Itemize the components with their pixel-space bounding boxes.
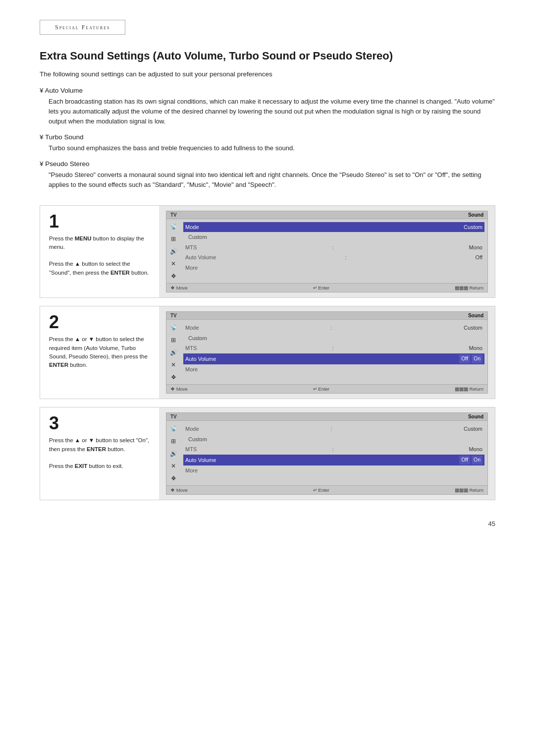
step-2-footer-return: ▦▦▦ Return: [455, 386, 483, 392]
section-title-pseudo-stereo: ¥ Pseudo Stereo: [40, 160, 90, 168]
step-2-tv-header: TV Sound: [166, 312, 487, 320]
step-1-right: TV Sound 📡 ⊞ 🔊 ✕ ❖ Mode :: [159, 206, 495, 298]
step-2-tv-screen: TV Sound 📡 ⊞ 🔊 ✕ ❖ Mode :: [166, 311, 488, 394]
step-3-tv-header: TV Sound: [166, 413, 487, 421]
page-number: 45: [40, 520, 495, 527]
step-1-tv-header: TV Sound: [166, 211, 487, 219]
section-auto-volume: ¥ Auto Volume Each broadcasting station …: [40, 87, 495, 126]
section-turbo-sound: ¥ Turbo Sound Turbo sound emphasizes the…: [40, 133, 495, 153]
step-1-footer-enter: ↵ Enter: [313, 285, 329, 291]
step-1-menu-col: Mode : Custom Custom MTS : Mono: [180, 221, 487, 282]
step-3-menu-col: Mode : Custom Custom MTS : Mono: [180, 423, 487, 483]
step-1-number: 1: [49, 213, 152, 231]
step-3-tv-label: TV: [170, 414, 177, 419]
step-2-tv-label: TV: [170, 313, 177, 318]
step-3-menu-row-more: More: [183, 465, 484, 476]
tv-icon-antenna-3: 📡: [170, 424, 177, 433]
step-1-menu-row-more: More: [183, 263, 484, 273]
step-1-footer-move: ❖ Move: [170, 285, 188, 291]
step-2-tv-body: 📡 ⊞ 🔊 ✕ ❖ Mode : Custom Custom: [166, 320, 487, 384]
tv-icon-speaker: 🔊: [170, 247, 177, 256]
section-body-auto-volume: Each broadcasting station has its own si…: [49, 97, 495, 126]
step-2-menu-row-auto-volume: Auto Volume : Off On: [183, 353, 484, 364]
step-2-icons-col: 📡 ⊞ 🔊 ✕ ❖: [166, 322, 180, 382]
step-2-tv-footer: ❖ Move ↵ Enter ▦▦▦ Return: [166, 384, 487, 393]
step-3-footer-enter: ↵ Enter: [313, 487, 329, 493]
step-2-menu-row-mts: MTS : Mono: [183, 343, 484, 353]
step3-auto-volume-on-badge: On: [472, 456, 482, 465]
step-2-right: TV Sound 📡 ⊞ 🔊 ✕ ❖ Mode :: [159, 306, 495, 399]
auto-volume-off-badge: Off: [459, 354, 470, 363]
step-3-icons-col: 📡 ⊞ 🔊 ✕ ❖: [166, 423, 180, 483]
step3-auto-volume-off-badge: Off: [459, 456, 470, 465]
tv-icon-x-3: ✕: [171, 462, 176, 471]
step-2-text: Press the ▲ or ▼ button to select the re…: [49, 335, 152, 369]
step-1-tv-footer: ❖ Move ↵ Enter ▦▦▦ Return: [166, 283, 487, 292]
step-1-menu-row-auto-volume: Auto Volume : Off: [183, 252, 484, 263]
step-3-tv-screen: TV Sound 📡 ⊞ 🔊 ✕ ❖ Mode :: [166, 412, 488, 495]
section-pseudo-stereo: ¥ Pseudo Stereo "Pseudo Stereo" converts…: [40, 160, 495, 190]
step-3-menu-row-custom: Custom: [183, 434, 484, 445]
tv-icon-speaker-2: 🔊: [170, 348, 177, 357]
tv-icon-antenna: 📡: [170, 222, 177, 232]
section-heading-auto-volume: ¥ Auto Volume: [40, 87, 495, 94]
step-2-number: 2: [49, 313, 152, 331]
section-heading-turbo-sound: ¥ Turbo Sound: [40, 133, 495, 141]
tv-icon-grid: ⊞: [171, 234, 176, 244]
step-2-left: 2 Press the ▲ or ▼ button to select the …: [40, 306, 159, 399]
steps-area: 1 Press the MENU button to display the m…: [40, 205, 495, 501]
step-1-block: 1 Press the MENU button to display the m…: [40, 205, 495, 298]
step-2-menu-col: Mode : Custom Custom MTS : Mono: [180, 322, 487, 382]
tv-icon-settings-2: ❖: [171, 373, 176, 382]
special-features-box: Special Features: [40, 20, 125, 35]
step-2-block: 2 Press the ▲ or ▼ button to select the …: [40, 306, 495, 399]
step-3-footer-move: ❖ Move: [170, 487, 188, 493]
step-3-number: 3: [49, 414, 152, 432]
step-1-menu-row-mode: Mode : Custom: [183, 222, 484, 233]
step-1-footer-return: ▦▦▦ Return: [455, 285, 483, 291]
auto-volume-on-badge: On: [472, 354, 482, 363]
section-heading-pseudo-stereo: ¥ Pseudo Stereo: [40, 160, 495, 168]
tv-icon-speaker-3: 🔊: [170, 449, 177, 459]
step-3-menu-row-auto-volume: Auto Volume : Off On: [183, 455, 484, 465]
tv-icon-grid-2: ⊞: [171, 336, 176, 345]
tv-icon-x-2: ✕: [171, 360, 176, 370]
page-title: Extra Sound Settings (Auto Volume, Turbo…: [40, 49, 495, 63]
step-3-right: TV Sound 📡 ⊞ 🔊 ✕ ❖ Mode :: [159, 407, 495, 500]
step-3-left: 3 Press the ▲ or ▼ button to select "On"…: [40, 407, 159, 500]
tv-icon-x: ✕: [171, 259, 176, 269]
step-3-footer-return: ▦▦▦ Return: [455, 487, 483, 493]
step-1-tv-label: TV: [170, 212, 177, 218]
step-3-menu-row-mode: Mode : Custom: [183, 424, 484, 434]
tv-icon-antenna-2: 📡: [170, 323, 177, 332]
step-2-menu-row-more: More: [183, 364, 484, 375]
step-1-menu-row-mts: MTS : Mono: [183, 242, 484, 253]
step-3-block: 3 Press the ▲ or ▼ button to select "On"…: [40, 407, 495, 500]
step-1-left: 1 Press the MENU button to display the m…: [40, 206, 159, 298]
step-3-text: Press the ▲ or ▼ button to select "On", …: [49, 436, 152, 470]
step-3-sound-label: Sound: [468, 414, 483, 419]
step-3-tv-footer: ❖ Move ↵ Enter ▦▦▦ Return: [166, 485, 487, 494]
tv-icon-settings-3: ❖: [171, 474, 176, 483]
step-1-icons-col: 📡 ⊞ 🔊 ✕ ❖: [166, 221, 180, 282]
step-2-footer-move: ❖ Move: [170, 386, 188, 392]
step-1-text: Press the MENU button to display the men…: [49, 234, 152, 277]
step-2-menu-row-mode: Mode : Custom: [183, 323, 484, 333]
section-body-turbo-sound: Turbo sound emphasizes the bass and treb…: [49, 143, 495, 153]
section-body-pseudo-stereo: "Pseudo Stereo" converts a monaural soun…: [49, 170, 495, 190]
tv-icon-grid-3: ⊞: [171, 437, 176, 446]
step-3-tv-body: 📡 ⊞ 🔊 ✕ ❖ Mode : Custom Custom: [166, 421, 487, 485]
section-title-auto-volume: ¥ Auto Volume: [40, 87, 83, 94]
step-1-menu-row-custom: Custom: [183, 232, 484, 242]
step-1-sound-label: Sound: [468, 212, 483, 218]
step-2-sound-label: Sound: [468, 313, 483, 318]
step-1-tv-screen: TV Sound 📡 ⊞ 🔊 ✕ ❖ Mode :: [166, 211, 488, 293]
step-2-menu-row-custom: Custom: [183, 333, 484, 344]
special-features-label: Special Features: [55, 24, 110, 31]
tv-icon-settings: ❖: [171, 272, 176, 281]
section-title-turbo-sound: ¥ Turbo Sound: [40, 133, 84, 141]
step-2-footer-enter: ↵ Enter: [313, 386, 329, 392]
step-1-tv-body: 📡 ⊞ 🔊 ✕ ❖ Mode : Custom Custom: [166, 219, 487, 284]
step-3-menu-row-mts: MTS : Mono: [183, 444, 484, 455]
intro-text: The following sound settings can be adju…: [40, 70, 495, 78]
